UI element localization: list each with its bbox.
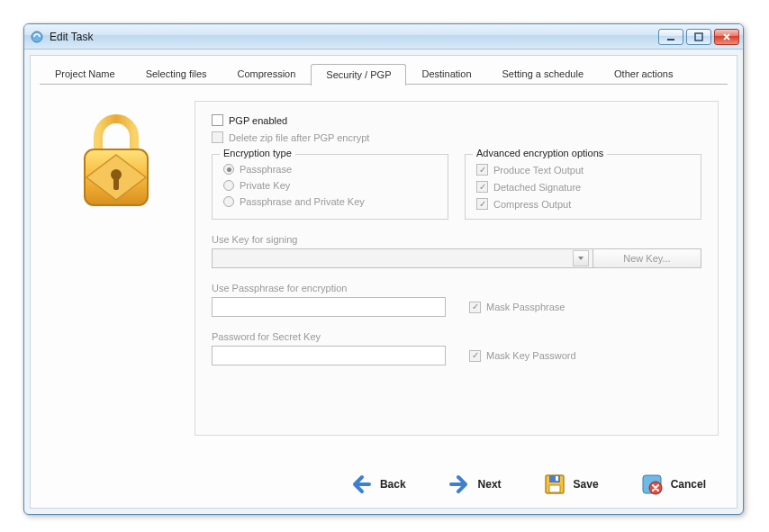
tab-security-pgp[interactable]: Security / PGP [311,64,406,86]
use-key-label: Use Key for signing [212,234,701,245]
mask-passphrase-label: Mask Passphrase [486,302,565,312]
app-icon [30,30,44,44]
svg-rect-2 [695,33,702,41]
maximize-button[interactable] [686,29,711,45]
pgp-enabled-checkbox[interactable] [212,114,223,126]
svg-rect-1 [667,39,674,41]
cancel-button[interactable]: Cancel [640,473,706,496]
close-button[interactable] [714,29,739,45]
delete-zip-row: Delete zip file after PGP encrypt [212,131,701,143]
back-button[interactable]: Back [349,473,406,496]
tab-compression[interactable]: Compression [222,63,312,85]
svg-rect-9 [556,476,558,481]
pgp-enabled-row[interactable]: PGP enabled [212,114,701,126]
tab-destination[interactable]: Destination [406,63,486,85]
signing-key-select [212,248,593,268]
svg-point-0 [32,32,42,42]
tab-project-name[interactable]: Project Name [40,63,131,85]
use-passphrase-label: Use Passphrase for encryption [212,283,701,293]
radio-private-key [223,180,234,191]
client-area: Project Name Selecting files Compression… [30,55,737,509]
tab-schedule[interactable]: Setting a schedule [487,63,600,85]
password-secret-label: Password for Secret Key [212,331,701,342]
passphrase-input [212,297,446,317]
window-controls [658,29,739,45]
titlebar[interactable]: Edit Task [24,24,743,50]
svg-rect-8 [549,485,560,492]
next-button[interactable]: Next [448,473,502,496]
signing-key-combo: New Key... [212,248,701,268]
encryption-type-legend: Encryption type [220,148,295,158]
advanced-options-legend: Advanced encryption options [473,148,607,158]
mask-key-password-label: Mask Key Password [486,350,576,361]
svg-rect-5 [113,177,119,190]
delete-zip-checkbox [212,131,223,143]
chk-compress-output [476,198,488,210]
settings-panel: PGP enabled Delete zip file after PGP en… [195,101,719,436]
tab-selecting-files[interactable]: Selecting files [131,63,222,85]
svg-rect-7 [549,475,560,482]
arrow-right-icon [448,473,471,496]
arrow-left-icon [349,473,373,496]
lock-icon [76,112,157,212]
chevron-down-icon [573,250,589,266]
new-key-button: New Key... [593,248,701,268]
tab-content: PGP enabled Delete zip file after PGP en… [41,86,726,454]
delete-zip-label: Delete zip file after PGP encrypt [229,132,369,143]
save-button[interactable]: Save [543,473,599,496]
edit-task-window: Edit Task Project Name Selecting files C… [23,23,744,515]
tab-other-actions[interactable]: Other actions [599,63,688,85]
pgp-enabled-label: PGP enabled [229,115,287,126]
chk-detached-signature [476,181,488,193]
tab-strip: Project Name Selecting files Compression… [40,63,728,85]
encryption-type-fieldset: Encryption type Passphrase Private Key P… [212,154,448,220]
chk-text-output [476,164,488,176]
window-title: Edit Task [50,31,658,43]
radio-passphrase-private-key [223,196,234,207]
mask-key-password-checkbox [469,350,481,362]
advanced-options-fieldset: Advanced encryption options Produce Text… [465,154,701,220]
secret-key-password-input [212,346,446,365]
minimize-button[interactable] [658,29,683,45]
floppy-disk-icon [543,473,566,496]
cancel-icon [640,473,664,496]
radio-passphrase [223,164,234,175]
wizard-footer: Back Next Save [31,461,737,508]
mask-passphrase-checkbox [469,302,481,313]
